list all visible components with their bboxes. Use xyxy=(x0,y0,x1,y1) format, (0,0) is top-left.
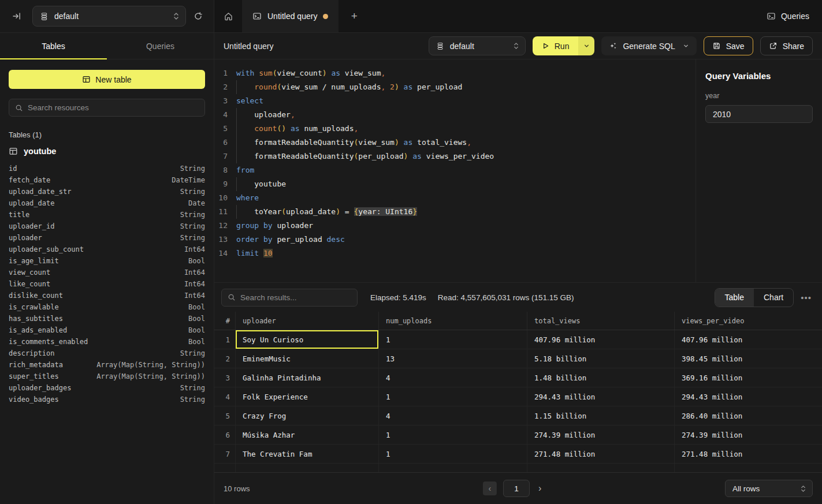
schema-column-row: titleString xyxy=(9,209,205,221)
sidebar-tab-tables[interactable]: Tables xyxy=(0,33,107,59)
partial-row xyxy=(214,464,822,472)
save-button[interactable]: Save xyxy=(704,36,753,55)
table-item-youtube[interactable]: youtube xyxy=(9,147,205,156)
code-line[interactable]: 3select xyxy=(214,94,695,108)
prev-page-button[interactable]: ‹ xyxy=(483,481,497,495)
column-header-views-per-video[interactable]: views_per_video xyxy=(674,312,822,330)
home-button[interactable] xyxy=(214,0,242,32)
search-results-input[interactable] xyxy=(240,293,351,302)
queries-button[interactable]: Queries xyxy=(767,0,809,32)
save-label: Save xyxy=(726,42,745,51)
code-line[interactable]: 14limit 10 xyxy=(214,247,695,260)
search-icon xyxy=(15,104,23,112)
sql-editor[interactable]: 1with sum(view_count) as view_sum,2round… xyxy=(214,59,695,282)
variable-label-year: year xyxy=(705,92,813,100)
table-cell[interactable]: 13 xyxy=(378,349,527,368)
line-number: 11 xyxy=(214,205,236,219)
table-cell[interactable]: Folk Experience xyxy=(235,387,378,406)
query-tab[interactable]: Untitled query xyxy=(242,0,339,32)
refresh-button[interactable] xyxy=(191,9,206,24)
view-toggle-table[interactable]: Table xyxy=(715,289,754,307)
table-cell[interactable]: 286.40 million xyxy=(674,406,822,425)
indent-guide xyxy=(236,108,254,122)
table-cell[interactable]: 1.48 billion xyxy=(527,368,674,387)
schema-column-row: is_age_limitBool xyxy=(9,255,205,267)
table-cell[interactable]: 1 xyxy=(378,387,527,406)
view-toggle-chart[interactable]: Chart xyxy=(754,289,793,307)
code-line[interactable]: 5count() as num_uploads, xyxy=(214,122,695,136)
table-cell[interactable]: 4 xyxy=(378,368,527,387)
code-line[interactable]: 6formatReadableQuantity(view_sum) as tot… xyxy=(214,136,695,150)
table-cell[interactable]: 369.16 million xyxy=(674,368,822,387)
database-selector[interactable]: default xyxy=(32,6,186,27)
code-line[interactable]: 7formatReadableQuantity(per_upload) as v… xyxy=(214,150,695,163)
code-line[interactable]: 12group by uploader xyxy=(214,219,695,233)
column-name: description xyxy=(9,349,54,357)
code-line[interactable]: 13order by per_upload desc xyxy=(214,233,695,247)
code-line[interactable]: 1with sum(view_count) as view_sum, xyxy=(214,66,695,80)
page-number-input[interactable]: 1 xyxy=(503,480,530,497)
sidebar-tab-queries[interactable]: Queries xyxy=(107,33,214,59)
table-cell[interactable]: 407.96 million xyxy=(674,330,822,349)
line-number: 12 xyxy=(214,219,236,233)
share-button[interactable]: Share xyxy=(760,36,813,55)
code-line[interactable]: 8from xyxy=(214,163,695,177)
table-cell[interactable]: 274.39 million xyxy=(527,425,674,444)
table-cell[interactable]: 294.43 million xyxy=(674,387,822,406)
table-cell[interactable]: 274.39 million xyxy=(674,425,822,444)
sparkles-icon xyxy=(609,42,618,50)
new-tab-button[interactable]: + xyxy=(339,0,370,32)
table-cell[interactable]: 1 xyxy=(378,425,527,444)
code-line[interactable]: 10where xyxy=(214,191,695,205)
table-cell[interactable]: 1 xyxy=(378,330,527,349)
table-cell[interactable]: 294.43 million xyxy=(527,387,674,406)
next-page-button[interactable]: › xyxy=(536,483,544,494)
table-cell[interactable]: 1.15 billion xyxy=(527,406,674,425)
table-cell[interactable]: The Crevatin Fam xyxy=(235,445,378,463)
code-line[interactable]: 9youtube xyxy=(214,177,695,191)
top-bar: default Untitled query xyxy=(0,0,822,33)
table-cell[interactable]: Galinha Pintadinha xyxy=(235,368,378,387)
column-header-total-views[interactable]: total_views xyxy=(527,312,674,330)
table-cell[interactable]: 271.48 million xyxy=(527,445,674,463)
table-cell[interactable]: 5.18 billion xyxy=(527,349,674,368)
chevron-down-icon[interactable] xyxy=(683,43,689,49)
variable-input-year[interactable] xyxy=(705,105,813,123)
table-cell[interactable]: Crazy Frog xyxy=(235,406,378,425)
table-cell[interactable]: Soy Un Curioso xyxy=(235,330,378,349)
table-cell[interactable]: 407.96 million xyxy=(527,330,674,349)
table-cell[interactable]: 398.45 million xyxy=(674,349,822,368)
table-cell[interactable]: 1 xyxy=(378,445,527,463)
column-header-index[interactable]: # xyxy=(214,312,235,330)
code-line[interactable]: 11toYear(upload_date) = {year: UInt16} xyxy=(214,205,695,219)
results-header: # uploader num_uploads total_views views… xyxy=(214,312,822,330)
page-size-select[interactable]: All rows xyxy=(725,480,813,497)
table-cell[interactable]: 271.48 million xyxy=(674,445,822,463)
results-panel: Elapsed: 5.419s Read: 4,557,605,031 rows… xyxy=(214,282,822,504)
code-line[interactable]: 4uploader, xyxy=(214,108,695,122)
indent-guide xyxy=(236,150,254,163)
results-menu-button[interactable]: ••• xyxy=(801,293,812,303)
tab-bar-spacer xyxy=(370,0,767,32)
column-type: String xyxy=(180,234,205,242)
column-type: Bool xyxy=(188,338,205,346)
table-cell[interactable]: 4 xyxy=(378,406,527,425)
code-line[interactable]: 2round(view_sum / num_uploads, 2) as per… xyxy=(214,80,695,94)
database-selector-value: default xyxy=(54,12,167,21)
sidebar-collapse-button[interactable] xyxy=(9,9,24,24)
column-type: Int64 xyxy=(184,245,205,253)
column-header-num-uploads[interactable]: num_uploads xyxy=(378,312,527,330)
run-options-button[interactable] xyxy=(578,36,594,55)
table-cell[interactable]: EminemMusic xyxy=(235,349,378,368)
table-cell[interactable]: Músika Azhar xyxy=(235,425,378,444)
line-number: 14 xyxy=(214,247,236,260)
code-text: with sum(view_count) as view_sum, xyxy=(236,66,695,80)
toolbar-database-selector[interactable]: default xyxy=(429,36,526,55)
new-table-button[interactable]: New table xyxy=(9,70,205,89)
run-button[interactable]: Run xyxy=(533,36,579,55)
generate-sql-button[interactable]: Generate SQL xyxy=(601,36,696,55)
search-resources-input[interactable] xyxy=(28,103,199,112)
line-number: 10 xyxy=(214,191,236,205)
column-header-uploader[interactable]: uploader xyxy=(235,312,378,330)
column-name: video_badges xyxy=(9,395,59,404)
